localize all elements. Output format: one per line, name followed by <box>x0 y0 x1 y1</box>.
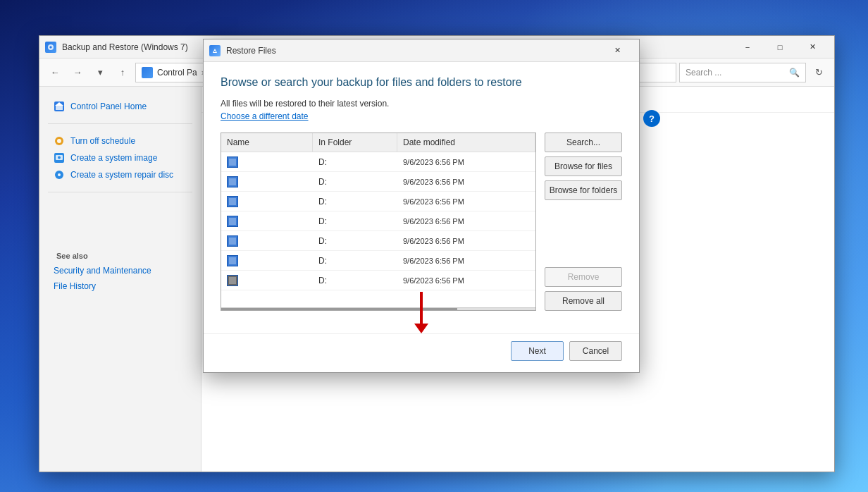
file-row[interactable]: D: 9/6/2023 6:56 PM <box>221 211 535 231</box>
file-row[interactable]: D: 9/6/2023 6:56 PM <box>221 251 535 271</box>
address-text: Control Pa <box>157 68 197 78</box>
sidebar-home-label: Control Panel Home <box>70 102 147 111</box>
file-date-cell: 9/6/2023 6:56 PM <box>397 237 535 245</box>
close-button[interactable]: ✕ <box>796 36 829 59</box>
window-controls: − □ ✕ <box>731 36 829 59</box>
file-list-panel: Name In Folder Date modified D: 9/6/2023… <box>221 133 536 311</box>
sidebar-repair-disc-label: Create a system repair disc <box>70 170 173 180</box>
file-folder-cell: D: <box>313 256 397 266</box>
file-icon <box>227 176 238 187</box>
sidebar-item-file-history[interactable]: File History <box>48 278 192 294</box>
system-image-icon <box>54 152 65 164</box>
file-icon <box>227 255 238 266</box>
file-folder-cell: D: <box>313 197 397 207</box>
svg-point-10 <box>58 173 61 176</box>
sidebar-main-section: Turn off schedule Create a system image … <box>39 130 201 186</box>
buttons-spacer <box>545 204 622 263</box>
refresh-button[interactable]: ↻ <box>809 63 829 82</box>
sidebar-divider-2 <box>48 192 192 192</box>
action-buttons-panel: Search... Browse for files Browse for fo… <box>545 133 622 311</box>
browse-files-button[interactable]: Browse for files <box>545 156 622 176</box>
sidebar-system-image-label: Create a system image <box>70 153 157 163</box>
cancel-button[interactable]: Cancel <box>569 341 622 361</box>
file-name-cell <box>221 176 313 187</box>
file-row[interactable]: D: 9/6/2023 6:56 PM <box>221 271 535 290</box>
restore-files-dialog: Restore Files ✕ Browse or search your ba… <box>203 39 640 373</box>
dialog-close-button[interactable]: ✕ <box>601 39 633 62</box>
file-icon <box>227 216 238 227</box>
app-icon <box>45 42 56 53</box>
home-icon <box>54 101 65 112</box>
list-progress-fill <box>221 308 457 310</box>
sidebar-spacer <box>39 198 201 246</box>
file-name-cell <box>221 255 313 266</box>
list-progress-bar <box>221 307 535 310</box>
sidebar-divider-1 <box>48 123 192 124</box>
sidebar-turn-off-label: Turn off schedule <box>70 136 135 146</box>
file-row[interactable]: D: 9/6/2023 6:56 PM <box>221 152 535 172</box>
file-date-cell: 9/6/2023 6:56 PM <box>397 276 535 285</box>
sidebar-item-turn-off[interactable]: Turn off schedule <box>48 133 192 149</box>
file-history-label: File History <box>54 281 96 291</box>
up-button[interactable]: ↑ <box>113 63 132 82</box>
svg-point-8 <box>58 156 61 159</box>
sidebar-see-also-section: See also Security and Maintenance File H… <box>39 246 201 297</box>
dialog-icon <box>209 45 221 56</box>
file-row[interactable]: D: 9/6/2023 6:56 PM <box>221 192 535 211</box>
sidebar-item-home[interactable]: Control Panel Home <box>48 98 192 115</box>
file-icon <box>227 196 238 207</box>
sidebar-item-system-image[interactable]: Create a system image <box>48 149 192 166</box>
dialog-footer: Next Cancel <box>204 333 639 372</box>
file-folder-cell: D: <box>313 177 397 187</box>
sidebar-top-section: Control Panel Home <box>39 95 201 118</box>
sidebar-item-security[interactable]: Security and Maintenance <box>48 263 192 278</box>
next-button[interactable]: Next <box>511 341 564 361</box>
file-folder-cell: D: <box>313 276 397 285</box>
svg-point-11 <box>214 51 216 52</box>
choose-date-link[interactable]: Choose a different date <box>221 111 622 121</box>
file-folder-cell: D: <box>313 236 397 246</box>
file-name-cell <box>221 235 313 247</box>
maximize-button[interactable]: □ <box>764 36 796 59</box>
dialog-content: Browse or search your backup for files a… <box>204 62 639 333</box>
minimize-button[interactable]: − <box>731 36 764 59</box>
file-list-body: D: 9/6/2023 6:56 PM D: 9/6/2023 6:56 PM <box>221 152 535 307</box>
col-date: Date modified <box>397 133 535 152</box>
search-box[interactable]: Search ... 🔍 <box>679 63 806 82</box>
dialog-heading: Browse or search your backup for files a… <box>221 76 622 89</box>
file-name-cell <box>221 216 313 227</box>
file-date-cell: 9/6/2023 6:56 PM <box>397 158 535 166</box>
search-button[interactable]: Search... <box>545 133 622 152</box>
file-icon <box>227 235 238 247</box>
remove-button[interactable]: Remove <box>545 267 622 287</box>
turn-off-icon <box>54 135 65 147</box>
svg-rect-2 <box>56 106 63 110</box>
dialog-title: Restore Files <box>226 46 601 56</box>
file-name-cell <box>221 196 313 207</box>
col-folder: In Folder <box>313 133 397 152</box>
file-date-cell: 9/6/2023 6:56 PM <box>397 197 535 206</box>
file-date-cell: 9/6/2023 6:56 PM <box>397 257 535 265</box>
file-name-cell <box>221 275 313 286</box>
repair-disc-icon <box>54 169 65 180</box>
dropdown-button[interactable]: ▾ <box>90 63 110 82</box>
sidebar-item-repair-disc[interactable]: Create a system repair disc <box>48 166 192 183</box>
browse-folders-button[interactable]: Browse for folders <box>545 180 622 200</box>
dialog-title-bar: Restore Files ✕ <box>204 39 639 62</box>
sidebar: Control Panel Home Turn off schedule Cre… <box>39 87 202 472</box>
file-folder-cell: D: <box>313 157 397 167</box>
file-row[interactable]: D: 9/6/2023 6:56 PM <box>221 231 535 251</box>
svg-point-5 <box>57 139 61 143</box>
search-icon: 🔍 <box>789 68 800 78</box>
col-name: Name <box>221 133 313 152</box>
forward-button[interactable]: → <box>68 63 87 82</box>
see-also-label: See also <box>48 249 192 263</box>
file-row[interactable]: D: 9/6/2023 6:56 PM <box>221 172 535 192</box>
file-date-cell: 9/6/2023 6:56 PM <box>397 217 535 226</box>
back-button[interactable]: ← <box>45 63 65 82</box>
security-label: Security and Maintenance <box>54 266 151 276</box>
help-button[interactable]: ? <box>643 110 660 127</box>
file-list-container: Name In Folder Date modified D: 9/6/2023… <box>221 133 622 311</box>
remove-all-button[interactable]: Remove all <box>545 291 622 311</box>
address-icon <box>142 67 153 78</box>
